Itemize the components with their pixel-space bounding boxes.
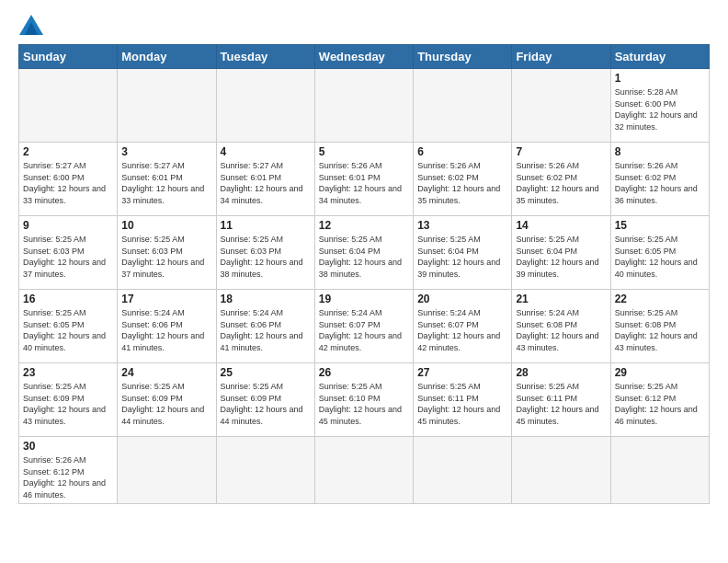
calendar-week-6: 30Sunrise: 5:26 AMSunset: 6:12 PMDayligh… (19, 437, 710, 504)
cell-info: Sunrise: 5:26 AMSunset: 6:02 PMDaylight:… (417, 160, 507, 206)
calendar-week-3: 9Sunrise: 5:25 AMSunset: 6:03 PMDaylight… (19, 216, 710, 290)
calendar-cell (512, 69, 610, 143)
calendar-cell (414, 437, 512, 504)
calendar-cell: 9Sunrise: 5:25 AMSunset: 6:03 PMDaylight… (19, 216, 118, 290)
cell-info: Sunrise: 5:24 AMSunset: 6:07 PMDaylight:… (319, 307, 409, 353)
calendar-cell: 16Sunrise: 5:25 AMSunset: 6:05 PMDayligh… (19, 290, 118, 363)
cell-info: Sunrise: 5:26 AMSunset: 6:01 PMDaylight:… (319, 160, 409, 206)
calendar-table: SundayMondayTuesdayWednesdayThursdayFrid… (18, 44, 710, 504)
calendar-cell (314, 69, 413, 143)
calendar-week-5: 23Sunrise: 5:25 AMSunset: 6:09 PMDayligh… (19, 363, 710, 437)
calendar-cell: 17Sunrise: 5:24 AMSunset: 6:06 PMDayligh… (118, 290, 216, 363)
page: SundayMondayTuesdayWednesdayThursdayFrid… (0, 0, 728, 523)
cell-info: Sunrise: 5:25 AMSunset: 6:05 PMDaylight:… (615, 234, 705, 280)
day-number: 19 (319, 293, 409, 305)
cell-info: Sunrise: 5:25 AMSunset: 6:03 PMDaylight:… (121, 234, 211, 280)
day-number: 27 (417, 366, 507, 379)
day-number: 11 (221, 219, 311, 232)
cell-info: Sunrise: 5:28 AMSunset: 6:00 PMDaylight:… (615, 86, 705, 132)
day-number: 13 (417, 219, 507, 232)
weekday-saturday: Saturday (610, 45, 709, 69)
calendar-cell (414, 69, 512, 143)
calendar-cell: 11Sunrise: 5:25 AMSunset: 6:03 PMDayligh… (216, 216, 314, 290)
calendar-cell: 22Sunrise: 5:25 AMSunset: 6:08 PMDayligh… (610, 290, 709, 363)
cell-info: Sunrise: 5:25 AMSunset: 6:03 PMDaylight:… (221, 234, 311, 280)
calendar-cell (512, 437, 610, 504)
day-number: 21 (516, 293, 606, 305)
calendar-cell: 24Sunrise: 5:25 AMSunset: 6:09 PMDayligh… (118, 363, 216, 437)
calendar-cell (216, 437, 314, 504)
calendar-cell: 14Sunrise: 5:25 AMSunset: 6:04 PMDayligh… (512, 216, 610, 290)
calendar-cell: 29Sunrise: 5:25 AMSunset: 6:12 PMDayligh… (610, 363, 709, 437)
weekday-tuesday: Tuesday (216, 45, 314, 69)
cell-info: Sunrise: 5:26 AMSunset: 6:02 PMDaylight:… (615, 160, 705, 206)
logo-icon (19, 15, 43, 35)
day-number: 6 (417, 145, 507, 158)
calendar-cell: 6Sunrise: 5:26 AMSunset: 6:02 PMDaylight… (414, 143, 512, 216)
calendar-cell: 1Sunrise: 5:28 AMSunset: 6:00 PMDaylight… (610, 69, 709, 143)
cell-info: Sunrise: 5:27 AMSunset: 6:01 PMDaylight:… (121, 160, 211, 206)
day-number: 23 (23, 366, 113, 379)
cell-info: Sunrise: 5:25 AMSunset: 6:11 PMDaylight:… (417, 381, 507, 427)
cell-info: Sunrise: 5:26 AMSunset: 6:02 PMDaylight:… (516, 160, 606, 206)
cell-info: Sunrise: 5:25 AMSunset: 6:05 PMDaylight:… (23, 307, 113, 353)
cell-info: Sunrise: 5:24 AMSunset: 6:06 PMDaylight:… (221, 307, 311, 353)
day-number: 15 (615, 219, 705, 232)
cell-info: Sunrise: 5:24 AMSunset: 6:06 PMDaylight:… (121, 307, 211, 353)
calendar-cell (19, 69, 118, 143)
calendar-cell: 20Sunrise: 5:24 AMSunset: 6:07 PMDayligh… (414, 290, 512, 363)
logo (18, 15, 44, 35)
day-number: 9 (23, 219, 113, 232)
cell-info: Sunrise: 5:24 AMSunset: 6:07 PMDaylight:… (417, 307, 507, 353)
calendar-cell: 26Sunrise: 5:25 AMSunset: 6:10 PMDayligh… (314, 363, 413, 437)
day-number: 22 (615, 293, 705, 305)
day-number: 12 (319, 219, 409, 232)
weekday-header-row: SundayMondayTuesdayWednesdayThursdayFrid… (19, 45, 710, 69)
cell-info: Sunrise: 5:25 AMSunset: 6:09 PMDaylight:… (221, 381, 311, 427)
calendar-cell: 4Sunrise: 5:27 AMSunset: 6:01 PMDaylight… (216, 143, 314, 216)
cell-info: Sunrise: 5:25 AMSunset: 6:12 PMDaylight:… (615, 381, 705, 427)
day-number: 14 (516, 219, 606, 232)
calendar-week-4: 16Sunrise: 5:25 AMSunset: 6:05 PMDayligh… (19, 290, 710, 363)
calendar-cell: 21Sunrise: 5:24 AMSunset: 6:08 PMDayligh… (512, 290, 610, 363)
day-number: 1 (615, 72, 705, 85)
cell-info: Sunrise: 5:24 AMSunset: 6:08 PMDaylight:… (516, 307, 606, 353)
cell-info: Sunrise: 5:25 AMSunset: 6:08 PMDaylight:… (615, 307, 705, 353)
calendar-cell: 28Sunrise: 5:25 AMSunset: 6:11 PMDayligh… (512, 363, 610, 437)
cell-info: Sunrise: 5:25 AMSunset: 6:03 PMDaylight:… (23, 234, 113, 280)
day-number: 29 (615, 366, 705, 379)
day-number: 25 (221, 366, 311, 379)
calendar-cell: 30Sunrise: 5:26 AMSunset: 6:12 PMDayligh… (19, 437, 118, 504)
cell-info: Sunrise: 5:26 AMSunset: 6:12 PMDaylight:… (23, 454, 113, 500)
weekday-wednesday: Wednesday (314, 45, 413, 69)
calendar-cell: 3Sunrise: 5:27 AMSunset: 6:01 PMDaylight… (118, 143, 216, 216)
cell-info: Sunrise: 5:25 AMSunset: 6:04 PMDaylight:… (516, 234, 606, 280)
calendar-cell (314, 437, 413, 504)
calendar-cell: 2Sunrise: 5:27 AMSunset: 6:00 PMDaylight… (19, 143, 118, 216)
day-number: 8 (615, 145, 705, 158)
day-number: 24 (121, 366, 211, 379)
calendar-cell (118, 437, 216, 504)
calendar-cell: 5Sunrise: 5:26 AMSunset: 6:01 PMDaylight… (314, 143, 413, 216)
day-number: 28 (516, 366, 606, 379)
day-number: 7 (516, 145, 606, 158)
calendar-cell: 15Sunrise: 5:25 AMSunset: 6:05 PMDayligh… (610, 216, 709, 290)
calendar-cell: 13Sunrise: 5:25 AMSunset: 6:04 PMDayligh… (414, 216, 512, 290)
calendar-cell: 18Sunrise: 5:24 AMSunset: 6:06 PMDayligh… (216, 290, 314, 363)
calendar-week-1: 1Sunrise: 5:28 AMSunset: 6:00 PMDaylight… (19, 69, 710, 143)
calendar-cell: 10Sunrise: 5:25 AMSunset: 6:03 PMDayligh… (118, 216, 216, 290)
cell-info: Sunrise: 5:25 AMSunset: 6:04 PMDaylight:… (417, 234, 507, 280)
cell-info: Sunrise: 5:25 AMSunset: 6:11 PMDaylight:… (516, 381, 606, 427)
calendar-week-2: 2Sunrise: 5:27 AMSunset: 6:00 PMDaylight… (19, 143, 710, 216)
calendar-cell (118, 69, 216, 143)
day-number: 5 (319, 145, 409, 158)
day-number: 2 (23, 145, 113, 158)
cell-info: Sunrise: 5:25 AMSunset: 6:09 PMDaylight:… (23, 381, 113, 427)
weekday-thursday: Thursday (414, 45, 512, 69)
day-number: 20 (417, 293, 507, 305)
day-number: 17 (121, 293, 211, 305)
calendar-cell: 25Sunrise: 5:25 AMSunset: 6:09 PMDayligh… (216, 363, 314, 437)
cell-info: Sunrise: 5:27 AMSunset: 6:01 PMDaylight:… (221, 160, 311, 206)
calendar-cell: 19Sunrise: 5:24 AMSunset: 6:07 PMDayligh… (314, 290, 413, 363)
day-number: 16 (23, 293, 113, 305)
